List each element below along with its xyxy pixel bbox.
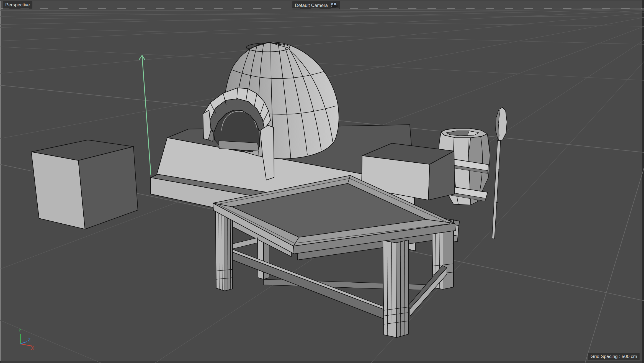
- axis-y-label: Y: [18, 328, 21, 333]
- camera-menu-label[interactable]: Default Camera: [292, 1, 340, 9]
- axis-z-label: Z: [28, 337, 30, 342]
- camera-label-text: Default Camera: [295, 3, 328, 8]
- view-menu-label[interactable]: Perspective: [3, 1, 32, 9]
- scene-canvas[interactable]: YZX: [0, 0, 644, 363]
- axis-x-label: X: [31, 346, 34, 351]
- viewport-3d[interactable]: YZX Perspective Default Camera Grid Spac…: [0, 0, 644, 363]
- movie-camera-icon: [329, 2, 338, 8]
- grid-spacing-label: Grid Spacing : 500 cm: [588, 353, 640, 360]
- model-cube[interactable]: [31, 140, 138, 229]
